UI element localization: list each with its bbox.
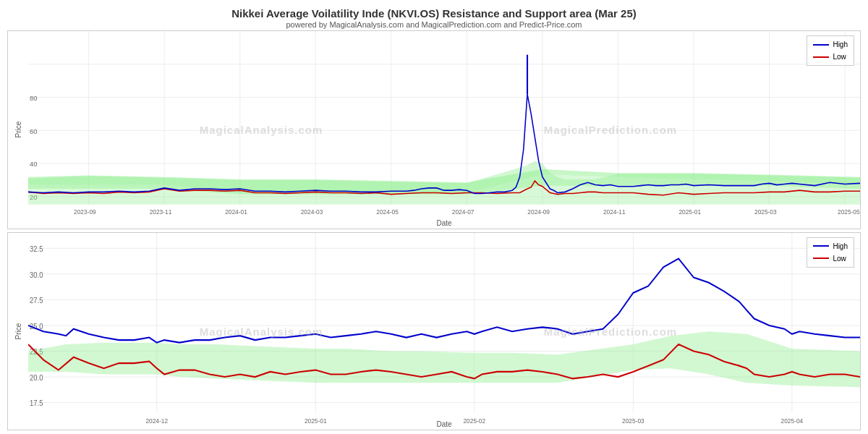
page-subtitle: powered by MagicalAnalysis.com and Magic… xyxy=(7,20,861,29)
low-line-icon xyxy=(813,56,829,58)
chart2-x-label: Date xyxy=(436,420,451,428)
high-line-icon xyxy=(813,44,829,46)
chart1-legend: High Low xyxy=(807,35,854,66)
chart2-legend-high: High xyxy=(813,240,848,252)
chart2-high-label: High xyxy=(833,240,848,252)
chart2-legend-low: Low xyxy=(813,252,848,265)
svg-text:2025-03: 2025-03 xyxy=(754,208,777,216)
svg-text:2024-12: 2024-12 xyxy=(145,417,168,425)
chart2-low-label: Low xyxy=(833,252,846,265)
svg-text:30.0: 30.0 xyxy=(30,271,43,279)
svg-text:60: 60 xyxy=(30,127,37,135)
svg-text:2023-09: 2023-09 xyxy=(74,208,96,216)
svg-text:27.5: 27.5 xyxy=(30,296,43,305)
svg-text:2025-03: 2025-03 xyxy=(622,417,644,425)
svg-text:40: 40 xyxy=(30,160,37,168)
svg-text:2025-02: 2025-02 xyxy=(463,417,485,425)
chart1-y-label: Price xyxy=(8,31,28,229)
svg-text:80: 80 xyxy=(30,94,37,102)
svg-text:2024-05: 2024-05 xyxy=(376,208,399,216)
chart1-low-label: Low xyxy=(833,51,846,63)
chart1-x-label: Date xyxy=(436,219,451,227)
chart2-svg: 17.5 20.0 22.5 25.0 27.5 30.0 32.5 2024-… xyxy=(28,233,860,430)
page-container: Nikkei Average Voilatility Inde (NKVI.OS… xyxy=(0,0,868,434)
chart1-inner: MagicalAnalysis.com MagicalPrediction.co… xyxy=(28,31,860,229)
svg-text:20.0: 20.0 xyxy=(30,373,43,382)
svg-text:2024-01: 2024-01 xyxy=(225,208,247,216)
chart1-wrapper: Price MagicalAnalysis.com MagicalPredict… xyxy=(7,30,861,229)
charts-area: Price MagicalAnalysis.com MagicalPredict… xyxy=(7,30,861,430)
header: Nikkei Average Voilatility Inde (NKVI.OS… xyxy=(7,7,861,29)
svg-text:2024-03: 2024-03 xyxy=(301,208,323,216)
svg-text:2024-07: 2024-07 xyxy=(452,208,475,216)
svg-text:2024-11: 2024-11 xyxy=(603,208,626,216)
chart2-wrapper: Price MagicalAnalysis.com MagicalPredict… xyxy=(7,232,861,431)
svg-text:17.5: 17.5 xyxy=(30,399,43,407)
page-title: Nikkei Average Voilatility Inde (NKVI.OS… xyxy=(7,7,861,20)
svg-text:32.5: 32.5 xyxy=(30,244,43,253)
svg-text:2025-01: 2025-01 xyxy=(305,417,327,425)
chart2-low-line-icon xyxy=(813,258,829,259)
svg-text:2025-05: 2025-05 xyxy=(838,208,860,216)
chart2-inner: MagicalAnalysis.com MagicalPrediction.co… xyxy=(28,233,860,430)
svg-text:2025-04: 2025-04 xyxy=(781,417,804,425)
svg-text:2023-11: 2023-11 xyxy=(150,208,172,216)
svg-text:2024-09: 2024-09 xyxy=(527,208,550,216)
chart2-y-label: Price xyxy=(8,233,28,430)
chart2-legend: High Low xyxy=(807,237,854,268)
chart2-high-line-icon xyxy=(813,245,829,247)
chart1-legend-high: High xyxy=(813,38,848,51)
chart1-high-label: High xyxy=(833,38,848,51)
chart1-svg: 20 40 60 80 2023-09 2023-11 2024-01 2024… xyxy=(28,31,860,229)
chart1-legend-low: Low xyxy=(813,51,848,63)
svg-text:2025-01: 2025-01 xyxy=(678,208,701,216)
